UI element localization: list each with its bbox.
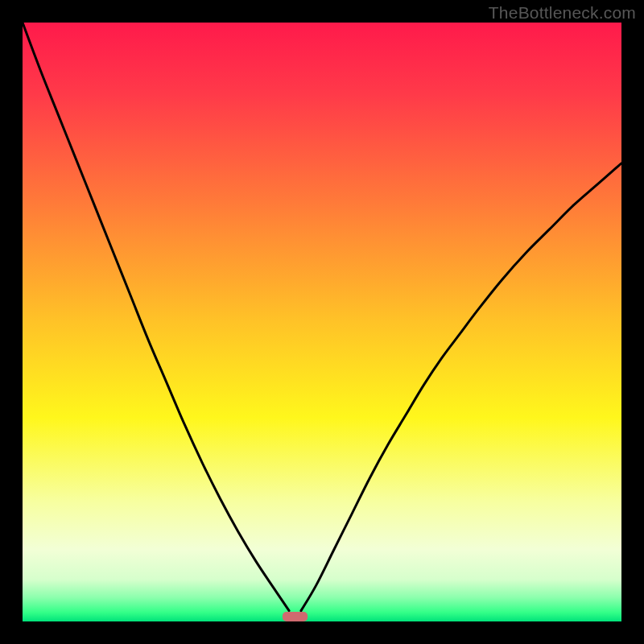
gradient-background bbox=[23, 23, 621, 621]
watermark-text: TheBottleneck.com bbox=[489, 3, 636, 23]
bottleneck-marker bbox=[283, 612, 308, 621]
chart-frame bbox=[23, 23, 621, 621]
bottleneck-curve-chart bbox=[23, 23, 621, 621]
